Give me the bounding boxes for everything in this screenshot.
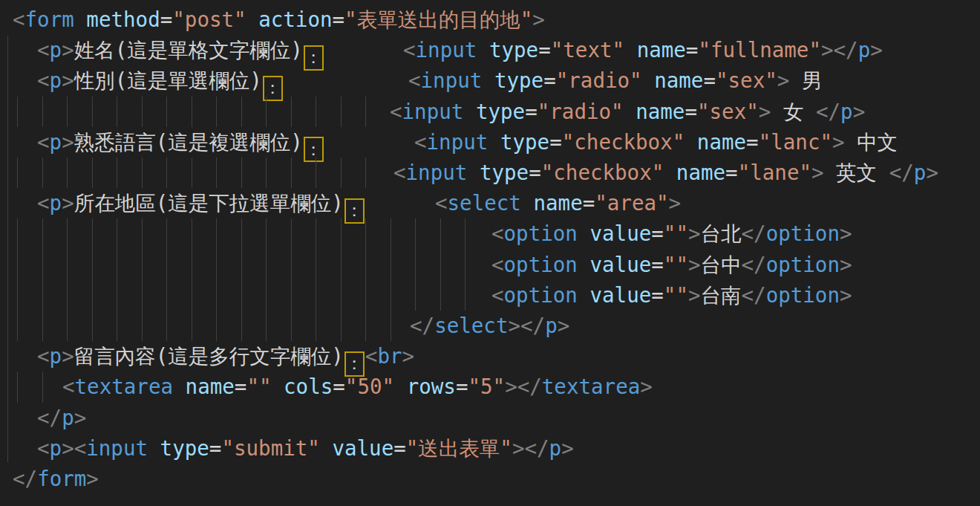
indent-guide <box>92 250 93 280</box>
indent-guide <box>142 218 143 249</box>
token-fg <box>488 130 500 154</box>
indent-guide <box>266 250 267 280</box>
token-str: "sex" <box>716 68 777 92</box>
indent-guide <box>241 218 242 249</box>
indent-guide <box>291 280 292 311</box>
code-line[interactable]: <option value="">台北</option> <box>0 218 980 249</box>
code-line[interactable]: </form> <box>0 464 980 494</box>
token-p: </ <box>37 406 62 429</box>
indent-guide <box>291 250 292 280</box>
indent-guide <box>365 280 366 311</box>
code-line[interactable]: </p> <box>0 403 980 433</box>
token-p: > <box>840 221 852 245</box>
token-attr: name <box>676 160 725 184</box>
indent-guide <box>17 280 18 311</box>
indent-guide <box>316 280 316 311</box>
token-fg <box>578 253 590 276</box>
token-eq: = <box>686 38 699 62</box>
code-line[interactable]: <input type="checkbox" name="lane"> 英文 <… <box>0 158 980 188</box>
indent-guide <box>192 218 192 249</box>
code-line[interactable]: <option value="">台南</option> <box>0 280 980 311</box>
indent-guide <box>266 97 267 127</box>
token-tag: input <box>421 68 483 92</box>
indent-guide <box>42 250 43 280</box>
token-p: < <box>37 38 50 62</box>
token-attr: value <box>589 283 651 307</box>
code-line[interactable]: <textarea name="" cols="50" rows="5"></t… <box>0 372 980 402</box>
code-editor[interactable]: <form method="post" action="表單送出的目的地"><p… <box>0 0 980 506</box>
code-line[interactable]: <p>留言內容(這是多行文字欄位)：<br> <box>0 341 980 372</box>
indent-guide <box>365 250 366 280</box>
token-tag: p <box>50 191 62 215</box>
token-p: </ <box>742 283 766 307</box>
token-fg: 台南 <box>701 283 742 307</box>
token-fg: 所在地區(這是下拉選單欄位) <box>74 191 344 215</box>
token-tag: p <box>914 160 927 184</box>
token-eq: = <box>549 130 562 154</box>
code-line[interactable]: <option value="">台中</option> <box>0 250 980 280</box>
indent-guide <box>440 250 441 280</box>
token-eq: = <box>333 7 345 31</box>
code-line[interactable]: <p>性別(這是單選欄位)：<input type="radio" name="… <box>0 65 980 96</box>
token-eq: = <box>456 374 468 398</box>
indent-guide <box>391 280 391 311</box>
indent-guide <box>241 158 242 188</box>
token-tag: select <box>434 314 508 337</box>
indent-guide <box>67 280 68 311</box>
token-p: > <box>86 467 99 490</box>
indent-guide <box>42 280 43 311</box>
token-p: < <box>37 68 50 92</box>
token-p: > <box>926 160 938 184</box>
indent-guide <box>192 250 192 280</box>
token-p: > <box>777 68 790 92</box>
indent-guide <box>117 97 117 127</box>
token-fg <box>320 436 333 460</box>
token-fg: 性別(這是單選欄位) <box>74 68 262 92</box>
token-tag: p <box>50 38 62 62</box>
code-segment: </p> <box>37 403 86 433</box>
token-fg <box>685 130 697 154</box>
code-line[interactable]: <p>所在地區(這是下拉選單欄位)：<select name="area"> <box>0 188 980 218</box>
token-tag: p <box>50 344 62 368</box>
code-line[interactable]: <p>姓名(這是單格文字欄位)：<input type="text" name=… <box>0 35 980 65</box>
token-str: "submit" <box>221 436 319 460</box>
token-fg <box>578 283 590 307</box>
indent-guide <box>316 97 316 127</box>
token-p: < <box>393 160 406 184</box>
token-p: < <box>390 100 402 123</box>
code-line[interactable]: <p><input type="submit" value="送出表單"></p… <box>0 433 980 464</box>
indent-guide <box>42 372 43 402</box>
token-attr: name <box>636 100 685 123</box>
token-p: < <box>37 130 50 154</box>
token-p: > <box>853 100 866 123</box>
indent-guide <box>440 280 441 311</box>
token-p: > <box>532 7 545 31</box>
token-p: ></ <box>508 314 545 337</box>
indent-guide <box>17 311 18 341</box>
code-line[interactable]: <p>熟悉語言(這是複選欄位)：<input type="checkbox" n… <box>0 127 980 158</box>
token-eq: = <box>651 221 664 245</box>
indent-guide <box>92 158 93 188</box>
code-segment: <input type="radio" name="sex"> 男 <box>408 65 822 96</box>
token-fg <box>467 160 480 184</box>
token-tag: textarea <box>75 374 173 398</box>
indent-guide <box>67 311 68 341</box>
token-p: > <box>402 344 415 368</box>
code-line[interactable]: </select></p> <box>0 311 980 341</box>
token-str: "post" <box>172 7 246 31</box>
token-attr: name <box>654 68 703 92</box>
token-p: > <box>669 191 682 215</box>
code-line[interactable]: <form method="post" action="表單送出的目的地"> <box>0 4 980 35</box>
token-str: "" <box>664 253 688 276</box>
indent-guide <box>266 158 267 188</box>
code-segment: <option value="">台南</option> <box>491 280 852 311</box>
token-tag: option <box>504 221 578 245</box>
code-segment: <select name="area"> <box>435 188 681 218</box>
indent-guide <box>117 218 117 249</box>
indent-guide <box>216 97 217 127</box>
indent-guide <box>192 280 192 311</box>
indent-guide <box>17 372 18 402</box>
indent-guide <box>117 158 117 188</box>
code-line[interactable]: <input type="radio" name="sex"> 女 </p> <box>0 97 980 127</box>
token-tag: p <box>840 100 853 123</box>
